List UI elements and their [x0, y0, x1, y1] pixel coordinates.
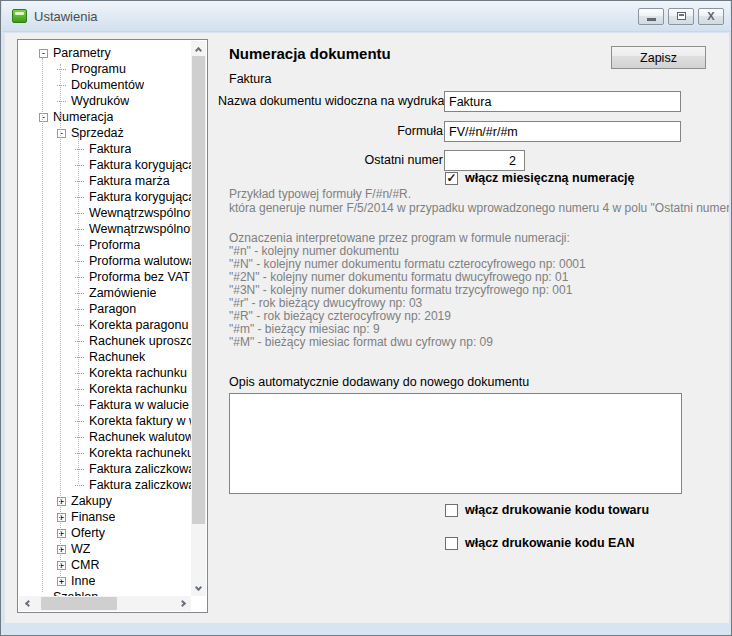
tree-vertical-scrollbar[interactable]: [191, 41, 206, 596]
tree-expander-icon[interactable]: -: [39, 113, 48, 122]
tree-item[interactable]: Proforma: [19, 237, 191, 253]
tree-expander-icon[interactable]: [75, 325, 84, 326]
tree-item[interactable]: Wewnątrzwspólnotow: [19, 221, 191, 237]
tree-item[interactable]: Korekta rachunku upr: [19, 365, 191, 381]
tree-item[interactable]: + CMR: [19, 557, 191, 573]
tree-expander-icon[interactable]: [75, 229, 84, 230]
tree-item[interactable]: Korekta rachunku: [19, 381, 191, 397]
tree-item[interactable]: + Zakupy: [19, 493, 191, 509]
window-title: Ustawienia: [34, 9, 98, 24]
tree-expander-icon[interactable]: [75, 181, 84, 182]
close-button[interactable]: X: [698, 8, 724, 25]
tree-expander-icon[interactable]: +: [57, 497, 66, 506]
tree-expander-icon[interactable]: [75, 405, 84, 406]
tree-expander-icon[interactable]: [75, 357, 84, 358]
tree-expander-icon[interactable]: +: [57, 545, 66, 554]
tree-item[interactable]: - Sprzedaż: [19, 125, 191, 141]
scroll-down-button[interactable]: [191, 581, 206, 596]
tree-expander-icon[interactable]: -: [57, 129, 66, 138]
scroll-left-button[interactable]: [19, 596, 34, 611]
tree-expander-icon[interactable]: [75, 485, 84, 486]
tree-expander-icon[interactable]: [75, 293, 84, 294]
tree-item[interactable]: Wydruków: [19, 93, 191, 109]
tree-expander-icon[interactable]: [75, 373, 84, 374]
formula-legend-text: Oznaczenia interpretowane przez program …: [229, 232, 586, 349]
scroll-up-button[interactable]: [191, 41, 206, 56]
horizontal-scroll-thumb[interactable]: [41, 597, 117, 610]
last-number-input[interactable]: [444, 150, 525, 171]
tree-item[interactable]: Szablon: [19, 589, 191, 596]
tree-expander-icon[interactable]: [75, 213, 84, 214]
tree-horizontal-scrollbar[interactable]: [19, 596, 191, 611]
tree-expander-icon[interactable]: [75, 341, 84, 342]
monthly-numbering-label: włącz miesięczną numerację: [465, 171, 635, 185]
tree-expander-icon[interactable]: [75, 149, 84, 150]
tree-item[interactable]: + Finanse: [19, 509, 191, 525]
tree-expander-icon[interactable]: [57, 101, 66, 102]
tree-item-label: Dokumentów: [71, 78, 144, 92]
tree-item-label: Korekta rachuneku w: [89, 446, 191, 460]
document-name-input[interactable]: [444, 91, 681, 112]
tree-item[interactable]: Zamówienie: [19, 285, 191, 301]
tree-expander-icon[interactable]: [75, 261, 84, 262]
formula-input[interactable]: [444, 121, 681, 142]
tree-item-label: Zamówienie: [89, 286, 156, 300]
tree-item[interactable]: Rachunek walutowy: [19, 429, 191, 445]
tree-item[interactable]: Korekta rachuneku w: [19, 445, 191, 461]
tree-expander-icon[interactable]: -: [39, 49, 48, 58]
close-icon: X: [707, 11, 714, 22]
scroll-right-button[interactable]: [176, 596, 191, 611]
tree-item[interactable]: Programu: [19, 61, 191, 77]
tree-item[interactable]: - Parametry: [19, 45, 191, 61]
tree-item[interactable]: - Numeracja: [19, 109, 191, 125]
description-label: Opis automatycznie dodawany do nowego do…: [229, 375, 529, 389]
tree-item[interactable]: Rachunek: [19, 349, 191, 365]
tree-item[interactable]: Faktura zaliczkowa: [19, 461, 191, 477]
tree-item[interactable]: + Inne: [19, 573, 191, 589]
tree-expander-icon[interactable]: [75, 453, 84, 454]
tree-expander-icon[interactable]: [57, 69, 66, 70]
tree-item[interactable]: Paragon: [19, 301, 191, 317]
description-textarea[interactable]: [229, 393, 682, 494]
tree-expander-icon[interactable]: +: [57, 513, 66, 522]
tree-expander-icon[interactable]: [75, 165, 84, 166]
maximize-button[interactable]: [668, 8, 694, 25]
tree-expander-icon[interactable]: [75, 421, 84, 422]
tree-item[interactable]: Dokumentów: [19, 77, 191, 93]
tree-expander-icon[interactable]: [75, 245, 84, 246]
tree-expander-icon[interactable]: [75, 309, 84, 310]
tree-expander-icon[interactable]: [75, 437, 84, 438]
tree-expander-icon[interactable]: [75, 469, 84, 470]
tree-item-label: Faktura: [89, 142, 131, 156]
tree-item[interactable]: Faktura korygująca: [19, 157, 191, 173]
tree-item[interactable]: Korekta faktury w wal: [19, 413, 191, 429]
tree-item[interactable]: Wewnątrzwspólnotow: [19, 205, 191, 221]
minimize-icon: [647, 18, 656, 21]
tree-expander-icon[interactable]: [75, 197, 84, 198]
tree-item[interactable]: Rachunek uproszczo: [19, 333, 191, 349]
tree-expander-icon[interactable]: [75, 277, 84, 278]
monthly-numbering-checkbox[interactable]: [445, 172, 458, 185]
print-ean-code-checkbox[interactable]: [445, 537, 458, 550]
tree-item[interactable]: Proforma walutowa: [19, 253, 191, 269]
tree-expander-icon[interactable]: [75, 389, 84, 390]
tree-item[interactable]: + Oferty: [19, 525, 191, 541]
tree-item[interactable]: Faktura w walucie: [19, 397, 191, 413]
minimize-button[interactable]: [638, 8, 664, 25]
tree-item[interactable]: Proforma bez VAT: [19, 269, 191, 285]
tree-expander-icon[interactable]: [57, 85, 66, 86]
tree-item-label: Inne: [71, 574, 95, 588]
vertical-scroll-thumb[interactable]: [192, 56, 205, 524]
tree-item[interactable]: Korekta paragonu: [19, 317, 191, 333]
tree-item[interactable]: + WZ: [19, 541, 191, 557]
title-bar[interactable]: Ustawienia X: [2, 1, 730, 32]
tree-item[interactable]: Faktura marża: [19, 173, 191, 189]
tree-expander-icon[interactable]: +: [57, 529, 66, 538]
tree-expander-icon[interactable]: +: [57, 561, 66, 570]
tree-item[interactable]: Faktura: [19, 141, 191, 157]
tree-item[interactable]: Faktura zaliczkowa k: [19, 477, 191, 493]
print-product-code-checkbox[interactable]: [445, 504, 458, 517]
tree-item[interactable]: Faktura korygująca m: [19, 189, 191, 205]
tree-expander-icon[interactable]: +: [57, 577, 66, 586]
save-button[interactable]: Zapisz: [611, 46, 706, 69]
